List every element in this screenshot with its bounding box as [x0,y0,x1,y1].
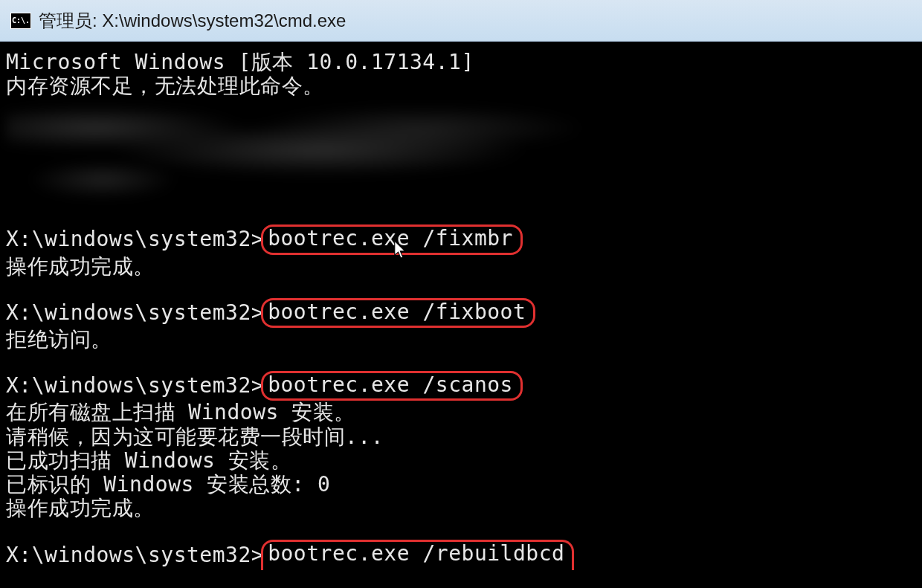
cmd-icon: C:\. [10,13,31,29]
result-line: 请稍候，因为这可能要花费一段时间... [6,425,922,449]
prompt: X:\windows\system32> [6,374,264,398]
terminal-output[interactable]: Microsoft Windows [版本 10.0.17134.1] 内存资源… [0,42,922,588]
command-highlight-fixboot: bootrec.exe /fixboot [261,298,535,328]
command-highlight-scanos: bootrec.exe /scanos [261,371,523,401]
result-line: 拒绝访问。 [6,328,922,352]
prompt: X:\windows\system32> [6,227,264,251]
redacted-blur-area [6,106,922,210]
window-titlebar[interactable]: C:\. 管理员: X:\windows\system32\cmd.exe [0,0,922,42]
result-line: 操作成功完成。 [6,497,922,520]
command-highlight-rebuildbcd: bootrec.exe /rebuildbcd [261,540,574,570]
command-highlight-fixmbr: bootrec.exe /fixmbr [261,224,523,254]
command-text: bootrec.exe /scanos [268,372,513,397]
command-text: bootrec.exe /fixmbr [268,226,513,251]
result-line: 在所有磁盘上扫描 Windows 安装。 [6,401,922,424]
prompt: X:\windows\system32> [6,543,264,567]
command-text: bootrec.exe /fixboot [268,300,526,324]
command-text: bootrec.exe /rebuildbcd [268,541,564,566]
result-line: 操作成功完成。 [6,255,922,279]
result-line: 已标识的 Windows 安装总数: 0 [6,473,922,497]
result-line: 已成功扫描 Windows 安装。 [6,449,922,473]
prompt: X:\windows\system32> [6,301,264,325]
version-line: Microsoft Windows [版本 10.0.17134.1] [6,51,922,74]
window-title: 管理员: X:\windows\system32\cmd.exe [39,9,346,33]
memory-error-line: 内存资源不足，无法处理此命令。 [6,74,922,98]
